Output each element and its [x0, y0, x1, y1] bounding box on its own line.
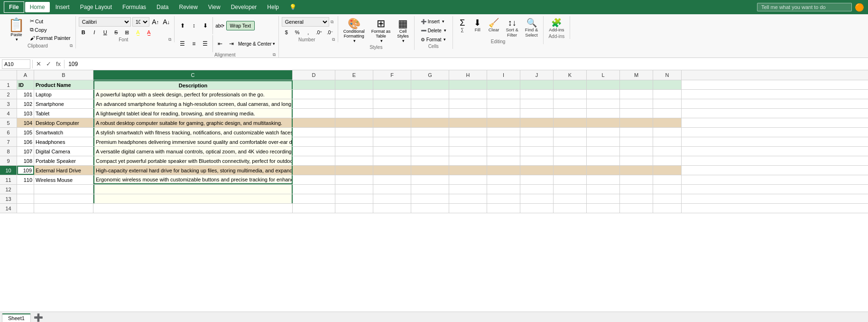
- menu-formulas[interactable]: Formulas: [118, 2, 151, 12]
- col-header-e[interactable]: E: [335, 70, 373, 80]
- cell-r10c9[interactable]: [487, 166, 520, 175]
- cell-r11c8[interactable]: [449, 175, 487, 184]
- cell-r13c4[interactable]: [293, 194, 335, 203]
- cell-r9c3[interactable]: Compact yet powerful portable speaker wi…: [93, 156, 293, 165]
- cell-r6c5[interactable]: [335, 128, 373, 137]
- cell-r12c14[interactable]: [653, 185, 682, 194]
- decrease-font-size-button[interactable]: A↓: [162, 17, 171, 27]
- cell-r1c5[interactable]: [335, 80, 373, 89]
- menu-view[interactable]: View: [203, 2, 225, 12]
- cell-r6c12[interactable]: [587, 128, 620, 137]
- cell-r5c9[interactable]: [487, 118, 520, 127]
- cell-r9c12[interactable]: [587, 156, 620, 165]
- increase-font-size-button[interactable]: A↑: [151, 17, 160, 27]
- cell-r10c11[interactable]: [554, 166, 587, 175]
- cell-r9c6[interactable]: [373, 156, 411, 165]
- cell-r6c9[interactable]: [487, 128, 520, 137]
- cell-r13c1[interactable]: [17, 194, 34, 203]
- insert-cells-button[interactable]: ➕ Insert ▾: [417, 17, 450, 26]
- currency-button[interactable]: $: [282, 28, 291, 37]
- row-number-8[interactable]: 8: [0, 147, 17, 156]
- cell-r8c4[interactable]: [293, 147, 335, 156]
- comma-button[interactable]: ,: [304, 28, 313, 37]
- cell-r11c7[interactable]: [411, 175, 449, 184]
- cell-r7c14[interactable]: [653, 137, 682, 146]
- merge-center-button[interactable]: Merge & Center ▾: [238, 39, 276, 48]
- cell-r14c9[interactable]: [487, 204, 520, 213]
- cell-r12c7[interactable]: [411, 185, 449, 194]
- cell-r4c7[interactable]: [411, 109, 449, 118]
- menu-data[interactable]: Data: [152, 2, 173, 12]
- cell-styles-button[interactable]: ▦ CellStyles ▾: [395, 17, 411, 45]
- cell-r9c14[interactable]: [653, 156, 682, 165]
- underline-button[interactable]: U: [101, 28, 110, 37]
- format-cells-button[interactable]: ⚙ Format ▾: [417, 35, 450, 44]
- cell-r8c12[interactable]: [587, 147, 620, 156]
- cell-r5c1[interactable]: 104: [17, 118, 34, 127]
- paste-button[interactable]: 📋 Paste ▾: [6, 17, 27, 43]
- cell-r1c12[interactable]: [587, 80, 620, 89]
- cell-r11c5[interactable]: [335, 175, 373, 184]
- cell-r4c3[interactable]: A lightweight tablet ideal for reading, …: [93, 109, 293, 118]
- col-header-a[interactable]: A: [17, 70, 34, 80]
- col-header-h[interactable]: H: [449, 70, 487, 80]
- cell-r3c1[interactable]: 102: [17, 99, 34, 108]
- cell-r1c13[interactable]: [620, 80, 653, 89]
- cell-r1c7[interactable]: [411, 80, 449, 89]
- cell-r10c7[interactable]: [411, 166, 449, 175]
- menu-insert[interactable]: Insert: [51, 2, 74, 12]
- cell-r1c2[interactable]: Product Name: [34, 80, 93, 89]
- cell-r2c10[interactable]: [520, 90, 554, 99]
- cell-r6c1[interactable]: 105: [17, 128, 34, 137]
- cell-r3c7[interactable]: [411, 99, 449, 108]
- cell-r4c14[interactable]: [653, 109, 682, 118]
- cell-r11c3[interactable]: Ergonomic wireless mouse with customizab…: [93, 175, 293, 184]
- cell-r8c8[interactable]: [449, 147, 487, 156]
- confirm-formula-button[interactable]: ✓: [45, 60, 53, 68]
- row-number-3[interactable]: 3: [0, 99, 17, 108]
- menu-review[interactable]: Review: [174, 2, 202, 12]
- cell-r9c9[interactable]: [487, 156, 520, 165]
- cell-r2c7[interactable]: [411, 90, 449, 99]
- row-number-1[interactable]: 1: [0, 80, 17, 89]
- format-as-table-button[interactable]: ⊞ Format asTable ▾: [369, 17, 393, 45]
- cell-r4c1[interactable]: 103: [17, 109, 34, 118]
- cell-r8c3[interactable]: A versatile digital camera with manual c…: [93, 147, 293, 156]
- cell-r8c14[interactable]: [653, 147, 682, 156]
- cell-r4c10[interactable]: [520, 109, 554, 118]
- col-header-n[interactable]: N: [653, 70, 682, 80]
- sort-filter-button[interactable]: ↕↓ Sort &Filter: [503, 17, 520, 39]
- cell-r11c12[interactable]: [587, 175, 620, 184]
- cell-r13c11[interactable]: [554, 194, 587, 203]
- cell-r12c6[interactable]: [373, 185, 411, 194]
- cell-r13c8[interactable]: [449, 194, 487, 203]
- borders-button[interactable]: ⊞: [122, 28, 132, 37]
- cell-r14c7[interactable]: [411, 204, 449, 213]
- row-number-6[interactable]: 6: [0, 128, 17, 137]
- cell-r7c8[interactable]: [449, 137, 487, 146]
- cell-r4c9[interactable]: [487, 109, 520, 118]
- col-header-f[interactable]: F: [373, 70, 411, 80]
- cell-r11c11[interactable]: [554, 175, 587, 184]
- alignment-expand[interactable]: ⧉: [273, 52, 276, 57]
- col-header-b[interactable]: B: [34, 70, 93, 80]
- row-number-7[interactable]: 7: [0, 137, 17, 146]
- formula-input[interactable]: [66, 60, 866, 68]
- cell-r5c12[interactable]: [587, 118, 620, 127]
- cell-r7c6[interactable]: [373, 137, 411, 146]
- cell-r13c2[interactable]: [34, 194, 93, 203]
- align-top-button[interactable]: ⬆: [177, 21, 188, 30]
- cell-r1c14[interactable]: [653, 80, 682, 89]
- cell-r12c1[interactable]: [17, 185, 34, 194]
- cell-r2c11[interactable]: [554, 90, 587, 99]
- cell-r10c1[interactable]: 109: [17, 166, 34, 175]
- cell-r3c5[interactable]: [335, 99, 373, 108]
- cell-r8c1[interactable]: 107: [17, 147, 34, 156]
- cell-r4c6[interactable]: [373, 109, 411, 118]
- cancel-formula-button[interactable]: ✕: [35, 60, 43, 68]
- cell-r5c8[interactable]: [449, 118, 487, 127]
- cell-r14c1[interactable]: [17, 204, 34, 213]
- cell-r13c7[interactable]: [411, 194, 449, 203]
- file-menu[interactable]: File: [4, 1, 24, 13]
- col-header-i[interactable]: I: [487, 70, 520, 80]
